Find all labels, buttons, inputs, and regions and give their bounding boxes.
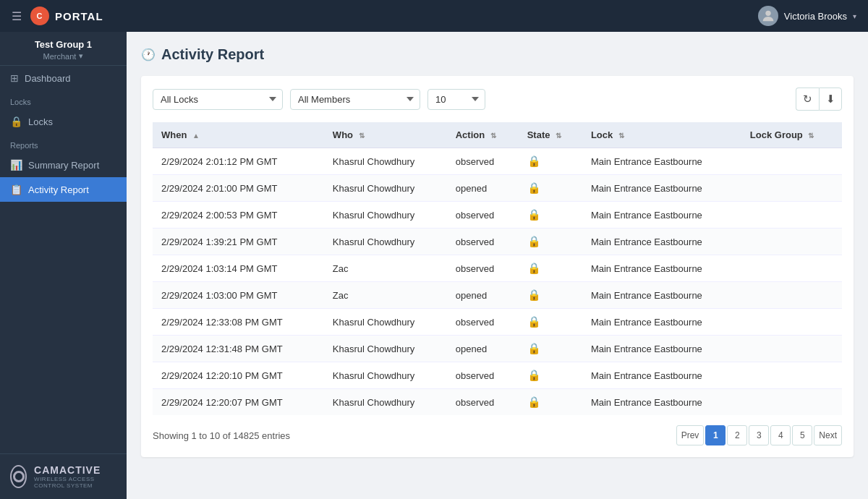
cell-lock-group [741,255,842,282]
hamburger-icon[interactable]: ☰ [12,9,22,23]
merchant-name: Test Group 1 [9,39,118,50]
page-4-button[interactable]: 4 [770,425,791,445]
cell-when: 2/29/2024 2:00:53 PM GMT [153,202,324,229]
cell-who: Khasrul Chowdhury [324,148,447,175]
cell-state: 🔒 [519,148,582,175]
cell-state: 🔒 [519,229,582,255]
cell-state: 🔒 [519,309,582,336]
cell-action: observed [447,389,519,416]
col-action[interactable]: Action ⇅ [447,122,519,148]
cell-state: 🔒 [519,282,582,309]
camactive-logo-icon [10,465,27,488]
sidebar-merchant: Test Group 1 Merchant ▾ [0,32,127,66]
lock-icon: 🔒 [10,116,22,127]
col-lock[interactable]: Lock ⇅ [582,122,741,148]
cell-state: 🔒 [519,202,582,229]
user-area[interactable]: Victoria Brooks ▾ [758,6,856,26]
sidebar-item-activity-report[interactable]: 📋 Activity Report [0,177,127,202]
cell-lock: Main Entrance Eastbourne [582,202,741,229]
table-row: 2/29/2024 12:20:07 PM GMT Khasrul Chowdh… [153,389,842,416]
page-5-button[interactable]: 5 [792,425,812,445]
table-row: 2/29/2024 2:01:12 PM GMT Khasrul Chowdhu… [153,148,842,175]
page-title-row: 🕐 Activity Report [141,46,854,63]
cell-lock-group [741,336,842,362]
cell-lock-group [741,389,842,416]
logo-area: C PORTAL [30,7,103,25]
cell-action: observed [447,362,519,389]
cell-when: 2/29/2024 2:01:12 PM GMT [153,148,324,175]
page-1-button[interactable]: 1 [705,425,726,445]
cell-action: observed [447,309,519,336]
table-row: 2/29/2024 12:31:48 PM GMT Khasrul Chowdh… [153,336,842,362]
cell-lock: Main Entrance Eastbourne [582,175,741,202]
prev-page-button[interactable]: Prev [676,425,705,445]
sort-state-icon: ⇅ [556,132,561,140]
state-lock-icon: 🔒 [527,396,541,408]
col-state[interactable]: State ⇅ [519,122,582,148]
table-row: 2/29/2024 2:01:00 PM GMT Khasrul Chowdhu… [153,175,842,202]
cell-lock: Main Entrance Eastbourne [582,362,741,389]
cell-state: 🔒 [519,175,582,202]
cell-state: 🔒 [519,255,582,282]
page-3-button[interactable]: 3 [749,425,769,445]
table-body: 2/29/2024 2:01:12 PM GMT Khasrul Chowdhu… [153,148,842,416]
cell-when: 2/29/2024 1:39:21 PM GMT [153,229,324,255]
summary-report-icon: 📊 [10,159,22,171]
page-title: Activity Report [161,46,264,63]
cell-when: 2/29/2024 12:20:10 PM GMT [153,362,324,389]
table-header: When ▲ Who ⇅ Action ⇅ State ⇅ Lock ⇅ Loc… [153,122,842,148]
top-nav: ☰ C PORTAL Victoria Brooks ▾ [0,0,868,32]
camactive-name: CAMACTIVE [34,464,116,476]
user-name: Victoria Brooks [784,11,847,22]
chevron-down-icon: ▾ [853,12,856,20]
cell-when: 2/29/2024 12:31:48 PM GMT [153,336,324,362]
page-2-button[interactable]: 2 [727,425,747,445]
table-footer: Showing 1 to 10 of 14825 entries Prev 1 … [153,425,842,445]
cell-lock: Main Entrance Eastbourne [582,282,741,309]
sort-lock-icon: ⇅ [618,132,624,140]
cell-lock-group [741,362,842,389]
cell-when: 2/29/2024 12:33:08 PM GMT [153,309,324,336]
refresh-button[interactable]: ↻ [796,88,819,111]
members-filter[interactable]: All Members [290,89,420,110]
cell-lock: Main Entrance Eastbourne [582,148,741,175]
app-title: PORTAL [55,10,103,22]
pagination: Prev 1 2 3 4 5 Next [676,425,842,445]
cell-who: Khasrul Chowdhury [324,336,447,362]
state-lock-icon: 🔒 [527,155,541,167]
cell-who: Khasrul Chowdhury [324,229,447,255]
col-lock-group[interactable]: Lock Group ⇅ [741,122,842,148]
per-page-filter[interactable]: 10 25 50 100 [427,89,485,110]
activity-table: When ▲ Who ⇅ Action ⇅ State ⇅ Lock ⇅ Loc… [153,122,842,415]
state-lock-icon: 🔒 [527,315,541,328]
download-button[interactable]: ⬇ [819,88,842,111]
locks-filter[interactable]: All Locks [153,89,283,110]
col-who[interactable]: Who ⇅ [324,122,447,148]
main-content: 🕐 Activity Report All Locks All Members … [127,32,868,499]
activity-clock-icon: 🕐 [141,48,156,61]
sidebar-item-label: Dashboard [25,73,71,84]
sidebar-item-dashboard[interactable]: ⊞ Dashboard [0,66,127,90]
sidebar: Test Group 1 Merchant ▾ ⊞ Dashboard Lock… [0,32,127,499]
cell-action: opened [447,282,519,309]
sidebar-item-label: Activity Report [28,184,89,195]
sidebar-item-summary-report[interactable]: 📊 Summary Report [0,153,127,177]
cell-who: Zac [324,282,447,309]
cell-lock: Main Entrance Eastbourne [582,389,741,416]
cell-lock-group [741,202,842,229]
layout: Test Group 1 Merchant ▾ ⊞ Dashboard Lock… [0,32,868,499]
activity-report-icon: 📋 [10,184,22,195]
cell-when: 2/29/2024 2:01:00 PM GMT [153,175,324,202]
cell-lock-group [741,309,842,336]
cell-when: 2/29/2024 1:03:14 PM GMT [153,255,324,282]
cell-lock: Main Entrance Eastbourne [582,229,741,255]
sidebar-item-locks[interactable]: 🔒 Locks [0,109,127,134]
cell-who: Khasrul Chowdhury [324,389,447,416]
next-page-button[interactable]: Next [814,425,842,445]
sidebar-item-label: Summary Report [28,160,99,171]
sidebar-section-reports: Reports [0,134,127,153]
col-when[interactable]: When ▲ [153,122,324,148]
activity-report-card: All Locks All Members 10 25 50 100 ↻ ⬇ [141,76,854,457]
merchant-group[interactable]: Merchant ▾ [9,51,118,61]
state-lock-icon: 🔒 [527,208,541,221]
